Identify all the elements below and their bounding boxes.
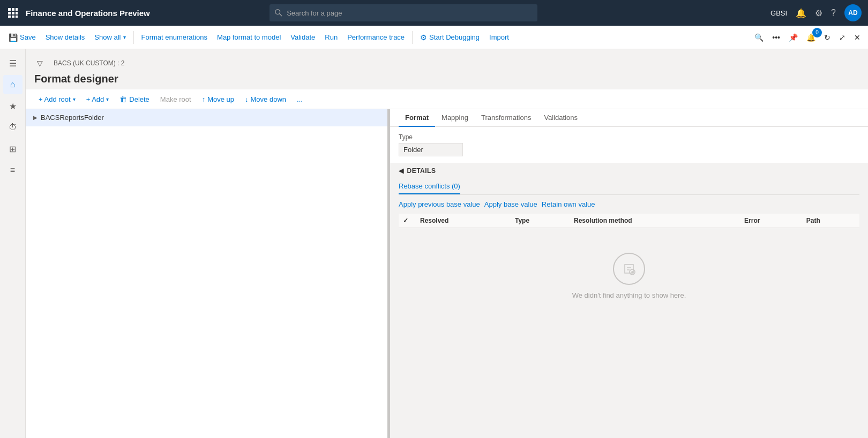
sidebar-icon-hamburger[interactable]: ☰ <box>3 54 23 73</box>
separator-1 <box>133 31 134 44</box>
help-icon[interactable]: ? <box>831 8 836 18</box>
tab-mapping[interactable]: Mapping <box>435 109 475 127</box>
tree-expander-icon[interactable]: ▶ <box>30 112 41 123</box>
move-up-button[interactable]: ↑ Move up <box>198 92 238 107</box>
apply-previous-base-button[interactable]: Apply previous base value <box>399 199 480 209</box>
details-section: ◀ DETAILS Rebase conflicts (0) Apply pre… <box>390 163 868 438</box>
empty-icon <box>613 253 645 285</box>
org-label[interactable]: GBSI <box>770 9 787 17</box>
sidebar-icon-star[interactable]: ★ <box>3 96 23 116</box>
bell-icon[interactable]: 🔔 <box>796 8 806 18</box>
close-button[interactable]: ✕ <box>851 31 864 44</box>
svg-rect-3 <box>8 12 11 14</box>
action-bar: + Add root ▾ + Add ▾ 🗑 Delete Make root … <box>26 89 868 109</box>
run-button[interactable]: Run <box>320 29 342 46</box>
sidebar-icon-list[interactable]: ≡ <box>3 161 23 180</box>
show-all-button[interactable]: Show all ▾ <box>90 29 130 46</box>
waffle-icon[interactable] <box>6 6 19 19</box>
delete-button[interactable]: 🗑 Delete <box>115 92 154 107</box>
start-debugging-button[interactable]: ⚙ Start Debugging <box>416 29 484 46</box>
rebase-actions: Apply previous base value Apply base val… <box>399 199 859 209</box>
col-resolved: Resolved <box>416 214 511 228</box>
svg-rect-7 <box>12 16 14 18</box>
details-title: DETAILS <box>407 167 436 175</box>
add-root-chevron-icon: ▾ <box>73 96 76 102</box>
search-input[interactable] <box>287 9 532 17</box>
map-format-button[interactable]: Map format to model <box>213 29 285 46</box>
retain-own-button[interactable]: Retain own value <box>542 199 595 209</box>
expand-button[interactable]: ⤢ <box>836 31 849 44</box>
search-bar[interactable] <box>270 4 537 21</box>
pin-button[interactable]: 📌 <box>785 31 801 44</box>
move-down-button[interactable]: ↓ Move down <box>241 92 290 107</box>
svg-point-9 <box>275 10 280 14</box>
avatar[interactable]: AD <box>844 4 862 21</box>
debug-icon: ⚙ <box>420 33 427 42</box>
make-root-button: Make root <box>156 92 196 107</box>
svg-line-10 <box>280 14 282 16</box>
details-chevron-icon: ◀ <box>399 167 404 175</box>
content-area: ▽ BACS (UK CUSTOM) : 2 Format designer +… <box>26 49 868 438</box>
more-actions-button[interactable]: ... <box>293 92 307 107</box>
col-checkbox: ✓ <box>399 214 416 228</box>
resize-handle[interactable] <box>387 109 390 438</box>
performance-trace-button[interactable]: Performance trace <box>343 29 409 46</box>
format-enumerations-button[interactable]: Format enumerations <box>137 29 212 46</box>
col-error: Error <box>740 214 802 228</box>
move-down-icon: ↓ <box>245 95 249 103</box>
right-panel: Format Mapping Transformations Validatio… <box>390 109 868 438</box>
app-title: Finance and Operations Preview <box>26 9 150 18</box>
delete-icon: 🗑 <box>119 95 127 103</box>
tab-validations[interactable]: Validations <box>537 109 584 127</box>
sidebar-icon-clock[interactable]: ⏱ <box>3 118 23 137</box>
type-panel: Type Folder <box>390 127 868 163</box>
add-button[interactable]: + Add ▾ <box>82 92 114 107</box>
separator-2 <box>412 31 413 44</box>
col-resolution-method: Resolution method <box>570 214 740 228</box>
split-area: ▶ BACSReportsFolder Format Mapping Trans… <box>26 109 868 438</box>
left-sidebar: ☰ ⌂ ★ ⏱ ⊞ ≡ <box>0 49 26 438</box>
rebase-conflicts-tab[interactable]: Rebase conflicts (0) <box>399 179 460 194</box>
breadcrumb-row: ▽ BACS (UK CUSTOM) : 2 <box>26 49 868 73</box>
tab-transformations[interactable]: Transformations <box>475 109 537 127</box>
move-up-icon: ↑ <box>202 95 206 103</box>
tree-item-label: BACSReportsFolder <box>41 114 385 122</box>
sidebar-icon-grid[interactable]: ⊞ <box>3 139 23 158</box>
save-button[interactable]: 💾 Save <box>4 29 40 46</box>
svg-rect-0 <box>8 8 11 11</box>
import-button[interactable]: Import <box>485 29 513 46</box>
add-chevron-icon: ▾ <box>106 96 109 102</box>
settings-icon[interactable]: ⚙ <box>815 8 822 18</box>
tabs-bar: Format Mapping Transformations Validatio… <box>390 109 868 127</box>
col-type: Type <box>511 214 570 228</box>
svg-rect-5 <box>16 12 18 14</box>
chevron-down-icon: ▾ <box>123 34 126 40</box>
apply-base-button[interactable]: Apply base value <box>484 199 537 209</box>
type-label: Type <box>399 133 859 141</box>
sidebar-icon-home[interactable]: ⌂ <box>3 75 23 94</box>
svg-rect-2 <box>16 8 18 11</box>
filter-icon[interactable]: ▽ <box>30 54 49 73</box>
empty-state-cell: We didn't find anything to show here. <box>399 228 859 324</box>
conflict-tabs: Rebase conflicts (0) <box>399 179 859 195</box>
empty-message: We didn't find anything to show here. <box>572 291 686 299</box>
main-layout: ☰ ⌂ ★ ⏱ ⊞ ≡ ▽ BACS (UK CUSTOM) : 2 Forma… <box>0 49 868 438</box>
show-details-button[interactable]: Show details <box>41 29 89 46</box>
svg-rect-6 <box>8 16 11 18</box>
search-toolbar-button[interactable]: 🔍 <box>751 31 767 44</box>
save-icon: 💾 <box>9 33 18 42</box>
top-nav: Finance and Operations Preview GBSI 🔔 ⚙ … <box>0 0 868 26</box>
tab-format[interactable]: Format <box>399 109 435 127</box>
breadcrumb: BACS (UK CUSTOM) : 2 <box>54 59 124 67</box>
refresh-button[interactable]: ↻ <box>821 31 834 44</box>
tree-panel: ▶ BACSReportsFolder <box>26 109 390 438</box>
notification-badge: 0 <box>812 28 822 37</box>
toolbar-right: 🔍 ••• 📌 🔔 0 ↻ ⤢ ✕ <box>751 31 864 44</box>
type-value: Folder <box>399 143 463 156</box>
notification-wrapper: 🔔 0 <box>803 31 819 44</box>
more-options-button[interactable]: ••• <box>769 31 783 44</box>
details-header[interactable]: ◀ DETAILS <box>399 163 859 179</box>
add-root-button[interactable]: + Add root ▾ <box>34 92 80 107</box>
tree-row[interactable]: ▶ BACSReportsFolder <box>26 109 390 126</box>
validate-button[interactable]: Validate <box>286 29 319 46</box>
